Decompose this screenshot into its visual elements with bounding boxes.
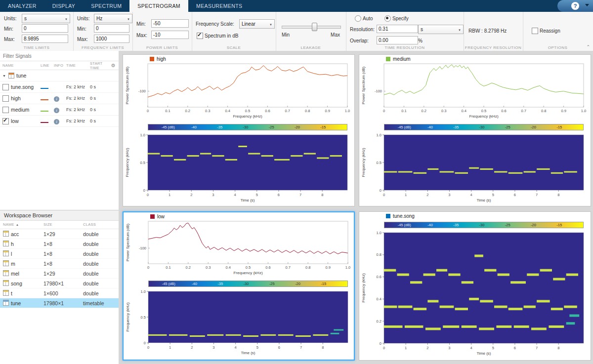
panel-low[interactable]: low 00.10.20.30.40.50.60.70.80.91.0-100F… [123,211,355,361]
gear-icon[interactable] [111,63,116,68]
note-mark [531,327,547,330]
workspace-row-m[interactable]: m 1×8 double [0,259,119,269]
leakage-min-label: Min [282,31,290,39]
workspace-table-header: NAME SIZE CLASS [0,220,119,229]
timetable-icon [3,300,9,306]
filter-signals-input[interactable] [0,51,119,61]
legend: medium [386,56,411,62]
variable-name: t [11,290,43,296]
axis-label: Frequency (kHz) [125,148,129,177]
col-class[interactable]: CLASS [83,222,119,227]
resolution-units-dropdown[interactable]: s [418,25,464,34]
note-mark [427,168,438,170]
freq-units-dropdown[interactable]: Hz [94,14,132,23]
tab-display[interactable]: DISPLAY [44,0,83,12]
collapse-ribbon-icon[interactable] [586,44,590,49]
freq-max-input[interactable] [94,35,129,43]
axis-label: 0.5 [245,109,250,113]
axis-label: 0.5 [140,161,145,165]
signal-row-low[interactable]: low Fs: 2 kHz 0 s [0,116,119,127]
col-name[interactable]: NAME [3,222,43,227]
chevron-down-icon[interactable] [585,4,589,6]
variable-size: 17980×1 [43,300,83,306]
workspace-row-h[interactable]: h 1×8 double [0,239,119,249]
panel-high[interactable]: high 00.10.20.30.40.50.60.70.80.91.0-100… [123,54,355,206]
tab-analyzer[interactable]: ANALYZER [0,0,44,12]
time-min-input[interactable] [22,24,68,33]
freq-units-label: Units: [77,14,90,23]
workspace-browser-title[interactable]: Workspace Browser [0,210,119,221]
axis-label: Power Spectrum (dB) [126,223,130,261]
specify-radio[interactable] [384,15,391,22]
colorbar-tick: -40 [427,125,433,129]
workspace-row-song[interactable]: song 17980×1 double [0,279,119,288]
signal-group-row[interactable]: tune [0,70,119,81]
axis-label: 0.6 [265,109,270,113]
frequency-scale-dropdown[interactable]: Linear [239,19,275,29]
axis-label: 0.9 [325,265,330,270]
help-icon[interactable] [571,2,579,10]
info-icon[interactable] [54,108,59,113]
axis-label: 0.7 [285,109,290,113]
freq-min-input[interactable] [94,24,129,33]
signal-checkbox[interactable] [2,107,9,113]
axis-label: 0.9 [325,109,330,113]
overlap-input[interactable] [377,36,418,44]
signal-checkbox[interactable] [2,95,9,102]
workspace-row-l[interactable]: l 1×8 double [0,249,119,259]
colorbar-tick: -35 [453,125,459,129]
note-mark [248,153,260,155]
info-icon[interactable] [54,119,59,124]
legend-label: low [157,214,165,219]
power-min-input[interactable] [151,19,189,28]
colorbar: -45 (dB)-40-35-30-25-20-15 [384,222,584,228]
colorbar-tick: -15 [320,125,326,129]
axis-label: 0.4 [461,109,466,113]
axis-label: 1 [169,345,171,350]
signal-checkbox[interactable] [2,84,9,90]
axis-label: 1.0 [141,289,146,294]
time-units-dropdown[interactable]: s [22,14,70,23]
time-max-label: Max: [4,35,15,43]
tab-spectrum[interactable]: SPECTRUM [83,0,129,12]
workspace-row-t[interactable]: t 1×600 double [0,288,119,298]
info-icon[interactable] [54,96,59,102]
note-mark [304,153,316,155]
line-swatch [41,99,48,100]
panel-medium[interactable]: medium 00.10.20.30.40.50.60.70.80.91.0-1… [359,54,591,206]
panel-tune-song[interactable]: tune.song -45 (dB)-40-35-30-25-20-150123… [359,211,591,361]
chevron-down-icon [62,16,68,21]
col-size[interactable]: SIZE [43,222,83,227]
leakage-slider-handle[interactable] [312,23,317,31]
axis-label: 1.0 [345,265,350,270]
toolstrip-tabbar: ANALYZER DISPLAY SPECTRUM SPECTROGRAM ME… [0,0,593,12]
signal-checkbox[interactable] [2,118,9,124]
axis-label: 1.0 [140,133,145,137]
tab-measurements[interactable]: MEASUREMENTS [188,0,250,12]
collapse-group-icon[interactable] [2,74,8,78]
col-info: INFO [54,63,66,68]
signal-row-medium[interactable]: medium Fs: 2 kHz 0 s [0,104,119,116]
resolution-input[interactable] [377,25,418,33]
spectrum-plot: 00.10.20.30.40.50.60.70.80.91.0-100Frequ… [124,219,353,278]
freq-max-label: Max: [77,35,88,43]
signal-row-tune-song[interactable]: tune.song Fs: 2 kHz 0 s [0,81,119,93]
axis-label: Frequency (kHz) [361,148,366,177]
variable-class: double [83,281,119,286]
tab-spectrogram[interactable]: SPECTROGRAM [129,0,188,12]
legend-swatch [150,57,154,61]
freq-units-value: Hz [96,16,102,21]
note-mark [462,281,473,283]
variable-icon [3,270,9,276]
workspace-row-acc[interactable]: acc 1×29 double [0,229,119,239]
reassign-checkbox[interactable] [532,28,538,34]
power-max-input[interactable] [151,31,189,39]
signal-row-high[interactable]: high Fs: 2 kHz 0 s [0,93,119,104]
workspace-row-tune[interactable]: tune 17980×1 timetable [0,298,119,308]
power-min-label: Min: [136,20,146,28]
workspace-row-mel[interactable]: mel 1×29 double [0,269,119,279]
auto-radio[interactable] [355,15,361,22]
note-mark [207,334,223,336]
time-max-input[interactable] [22,35,68,43]
spectrum-db-checkbox[interactable] [197,33,203,39]
